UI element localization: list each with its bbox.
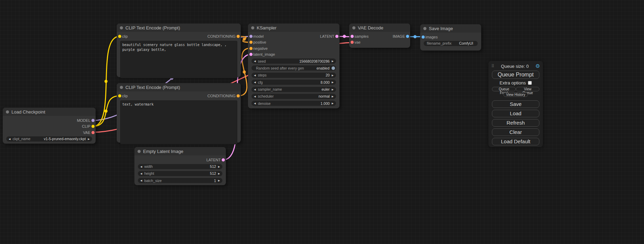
node-body: MODEL CLIP VAE ckpt_name v1-5-pruned-ema… [3,116,96,142]
conditioning-output-dot[interactable] [237,35,240,38]
node-ksampler[interactable]: KSampler model LATENT positive negative … [248,24,339,108]
slot-label: CLIP [82,124,90,128]
decrement-arrow-icon[interactable] [254,74,256,76]
node-clip-text-encode-positive[interactable]: CLIP Text Encode (Prompt) clip CONDITION… [117,24,241,77]
widget-cfg[interactable]: cfg 8.000 [252,80,336,85]
slot-label: negative [253,46,268,51]
drag-handle-icon[interactable] [491,64,494,69]
increment-arrow-icon[interactable] [332,74,334,76]
widget-seed[interactable]: seed 156680208700286 [252,58,336,64]
node-body: samples IMAGE vae [349,32,410,45]
images-input-dot[interactable] [422,35,425,38]
node-save-image[interactable]: Save Image images filename_prefix ComfyU… [420,24,481,51]
collapse-dot-icon[interactable] [423,27,426,30]
decrement-arrow-icon[interactable] [254,95,256,98]
collapse-dot-icon[interactable] [138,150,141,153]
node-empty-latent-image[interactable]: Empty Latent Image LATENT width 512 heig… [134,147,226,185]
widget-sampler-name[interactable]: sampler_name euler [252,87,336,92]
increment-arrow-icon[interactable] [332,60,334,62]
increment-arrow-icon[interactable] [218,165,220,168]
refresh-button[interactable]: Refresh [492,119,539,127]
increment-arrow-icon[interactable] [332,102,334,105]
increment-arrow-icon[interactable] [332,81,334,83]
widget-value: enabled [317,66,329,70]
widget-random-seed-toggle[interactable]: Random seed after every gen enabled [252,65,336,71]
collapse-dot-icon[interactable] [6,110,9,114]
slot-label: model [253,34,264,38]
latent-image-input-dot[interactable] [249,53,253,56]
widget-height[interactable]: height 512 [138,171,222,176]
decrement-arrow-icon[interactable] [140,179,142,182]
node-title-bar[interactable]: CLIP Text Encode (Prompt) [117,24,241,32]
increment-arrow-icon[interactable] [88,138,90,140]
load-button[interactable]: Load [492,110,539,117]
clip-input-dot[interactable] [118,35,121,38]
decrement-arrow-icon[interactable] [254,60,256,62]
collapse-dot-icon[interactable] [120,26,123,29]
load-default-button[interactable]: Load Default [492,138,539,145]
node-clip-text-encode-negative[interactable]: CLIP Text Encode (Prompt) clip CONDITION… [117,83,241,143]
image-output-dot[interactable] [406,35,409,38]
queue-menu-panel: Queue size: 0 Queue Prompt Extra options… [488,61,543,147]
widget-value: v1-5-pruned-emaonly.ckpt [44,137,86,141]
node-title-bar[interactable]: VAE Decode [349,24,410,32]
increment-arrow-icon[interactable] [218,172,220,175]
widget-denoise[interactable]: denoise 1.000 [252,101,336,106]
toggle-icon[interactable] [332,66,335,70]
model-output-dot[interactable] [91,119,95,122]
negative-prompt-textarea[interactable]: text, watermark [120,100,237,144]
decrement-arrow-icon[interactable] [140,165,142,168]
collapse-dot-icon[interactable] [352,26,355,29]
queue-front-button[interactable]: Queue Front [492,87,516,91]
clip-input-dot[interactable] [118,94,121,97]
node-title-bar[interactable]: KSampler [248,24,339,32]
decrement-arrow-icon[interactable] [254,88,256,91]
widget-scheduler[interactable]: scheduler normal [252,94,336,99]
clip-output-dot[interactable] [91,125,95,128]
widget-filename-prefix[interactable]: filename_prefix ComfyUI [424,41,478,46]
slot-row: model LATENT [248,33,339,39]
settings-gear-icon[interactable] [536,63,540,69]
extra-options-checkbox[interactable] [528,81,532,85]
increment-arrow-icon[interactable] [218,179,220,182]
vae-input-dot[interactable] [351,41,354,44]
latent-output-dot[interactable] [222,158,225,161]
node-load-checkpoint[interactable]: Load Checkpoint MODEL CLIP VAE ckpt_name… [3,108,96,144]
negative-input-dot[interactable] [249,47,253,50]
conditioning-output-dot[interactable] [237,94,240,97]
node-title-bar[interactable]: Empty Latent Image [134,147,226,155]
model-input-dot[interactable] [249,35,253,38]
slot-row: samples IMAGE [349,33,410,39]
decrement-arrow-icon[interactable] [254,81,256,83]
samples-input-dot[interactable] [351,35,354,38]
decrement-arrow-icon[interactable] [140,172,142,175]
queue-prompt-button[interactable]: Queue Prompt [492,71,539,79]
decrement-arrow-icon[interactable] [254,102,256,105]
vae-output-dot[interactable] [91,131,95,134]
widget-ckpt-name[interactable]: ckpt_name v1-5-pruned-emaonly.ckpt [6,136,92,142]
menu-header: Queue size: 0 [491,63,540,70]
node-title-bar[interactable]: Load Checkpoint [3,108,96,116]
decrement-arrow-icon[interactable] [9,138,10,140]
clear-button[interactable]: Clear [492,128,539,136]
slot-label: clip [122,34,128,38]
save-button[interactable]: Save [492,100,539,108]
widget-value: 1 [214,179,216,183]
positive-prompt-textarea[interactable]: beautiful scenery nature glass bottle la… [120,41,237,78]
widget-label: seed [258,59,266,63]
widget-width[interactable]: width 512 [138,164,222,169]
increment-arrow-icon[interactable] [332,88,334,91]
widget-batch-size[interactable]: batch_size 1 [138,178,222,183]
node-title-bar[interactable]: CLIP Text Encode (Prompt) [117,83,241,91]
collapse-dot-icon[interactable] [251,26,254,29]
widget-steps[interactable]: steps 20 [252,73,336,78]
view-history-button[interactable]: View History [503,92,528,97]
latent-output-dot[interactable] [335,35,338,38]
node-vae-decode[interactable]: VAE Decode samples IMAGE vae [349,24,410,48]
node-title-bar[interactable]: Save Image [420,24,481,33]
positive-input-dot[interactable] [249,41,253,44]
increment-arrow-icon[interactable] [332,95,334,98]
slot-label: LATENT [320,34,334,38]
collapse-dot-icon[interactable] [120,86,123,89]
view-queue-button[interactable]: View Queue [516,87,539,91]
